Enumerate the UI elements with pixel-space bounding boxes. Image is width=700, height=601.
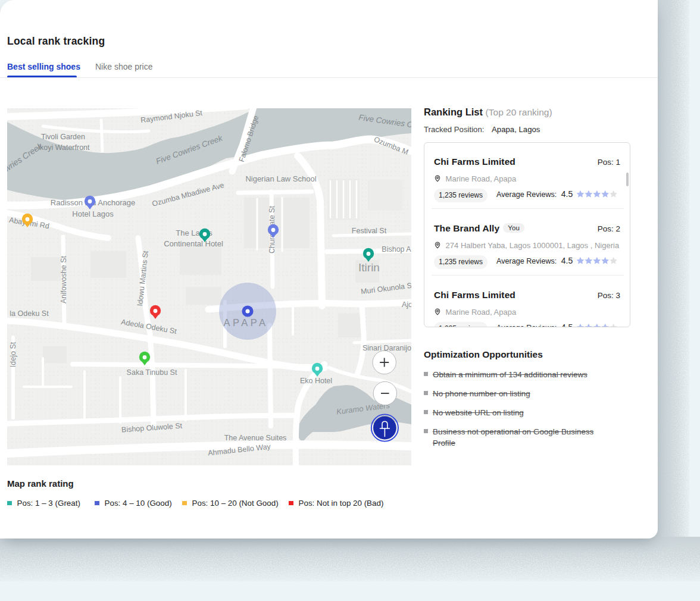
svg-text:Anifowoshe St: Anifowoshe St [60,256,68,303]
svg-text:Continental Hotel: Continental Hotel [164,239,223,248]
svg-text:The Avenue Suites: The Avenue Suites [224,434,287,442]
svg-text:Ajo: Ajo [402,300,411,309]
svg-text:Festival St: Festival St [352,227,387,235]
svg-text:la Odeku St: la Odeku St [10,309,49,318]
svg-text:Itirin: Itirin [358,261,380,274]
svg-text:Bishop A: Bishop A [382,245,411,253]
svg-text:APAPA: APAPA [223,317,268,328]
svg-text:Saka Tinubu St: Saka Tinubu St [127,368,177,377]
svg-text:Hotel Lagos: Hotel Lagos [72,209,114,218]
svg-text:Nigerian Law School: Nigerian Law School [245,174,316,183]
svg-text:Eko Hotel: Eko Hotel [300,377,332,385]
svg-text:Ikoyi Waterfront: Ikoyi Waterfront [38,143,90,152]
svg-text:Tivoli Garden: Tivoli Garden [41,133,85,141]
svg-text:Idejo St: Idejo St [9,342,17,367]
